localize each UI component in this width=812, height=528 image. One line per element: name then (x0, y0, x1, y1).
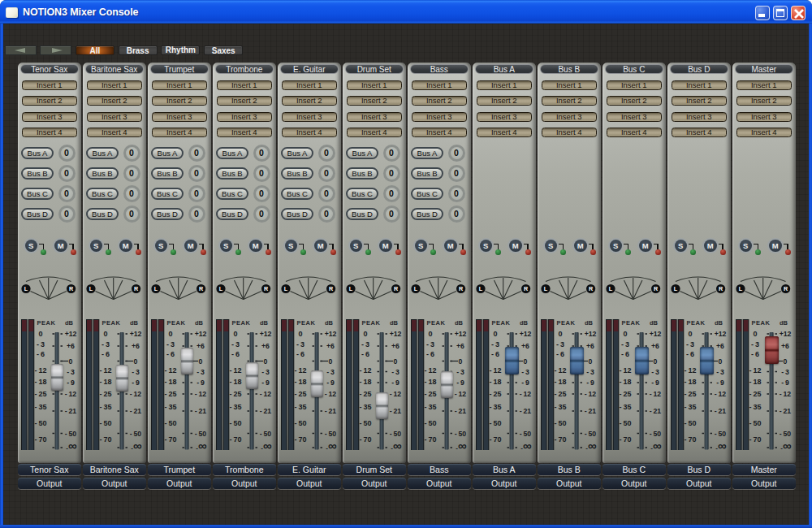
svg-text:PEAK: PEAK (752, 319, 771, 327)
svg-text:- 35: - 35 (749, 403, 762, 411)
svg-text:-∞: -∞ (261, 439, 272, 452)
svg-text:L: L (154, 285, 158, 292)
svg-text:+12: +12 (260, 330, 272, 338)
svg-text:- 3: - 3 (197, 368, 205, 376)
svg-text:PEAK: PEAK (167, 319, 186, 327)
svg-text:R: R (719, 285, 723, 292)
svg-text:- 35: - 35 (490, 403, 502, 411)
svg-text:- 35: - 35 (295, 403, 307, 411)
svg-text:- 18: - 18 (100, 378, 112, 386)
svg-text:- 12: - 12 (520, 390, 531, 398)
svg-text:- 3: - 3 (102, 340, 110, 348)
svg-text:- 50: - 50 (390, 430, 401, 438)
svg-text:dB: dB (585, 319, 594, 327)
svg-text:+6: +6 (716, 342, 724, 350)
svg-text:R: R (654, 285, 659, 292)
svg-text:-∞: -∞ (650, 439, 662, 452)
svg-text:+12: +12 (585, 330, 597, 338)
svg-text:- 35: - 35 (35, 403, 47, 411)
svg-text:- 18: - 18 (555, 378, 567, 386)
svg-text:0: 0 (38, 330, 42, 338)
svg-text:- 21: - 21 (715, 407, 726, 415)
svg-text:- 12: - 12 (780, 390, 791, 398)
svg-text:- 25: - 25 (35, 390, 47, 398)
svg-text:- 25: - 25 (295, 390, 307, 398)
svg-text:- 18: - 18 (749, 378, 762, 386)
svg-text:- 12: - 12 (35, 366, 47, 374)
svg-text:- 50: - 50 (65, 430, 76, 438)
svg-text:- 6: - 6 (751, 350, 759, 358)
svg-text:- 6: - 6 (491, 350, 499, 358)
svg-text:- 9: - 9 (67, 379, 75, 387)
svg-text:+6: +6 (326, 342, 335, 350)
svg-text:0: 0 (493, 330, 497, 338)
svg-text:- 12: - 12 (195, 390, 206, 398)
svg-text:- 25: - 25 (230, 390, 242, 398)
svg-text:PEAK: PEAK (362, 319, 381, 327)
svg-text:0: 0 (623, 330, 627, 338)
svg-text:- 50: - 50 (165, 419, 177, 427)
svg-text:- 50: - 50 (620, 419, 632, 427)
svg-text:R: R (134, 285, 139, 292)
svg-text:R: R (524, 285, 529, 292)
svg-text:- 50: - 50 (35, 419, 47, 427)
svg-text:- 35: - 35 (165, 403, 177, 411)
svg-text:- 12: - 12 (100, 366, 112, 374)
svg-text:0: 0 (69, 357, 73, 366)
svg-text:- 21: - 21 (650, 407, 661, 415)
svg-text:- 25: - 25 (490, 390, 502, 398)
svg-text:- 3: - 3 (491, 340, 499, 348)
svg-text:- 50: - 50 (325, 430, 336, 438)
svg-text:- 6: - 6 (426, 350, 434, 358)
svg-text:- 6: - 6 (37, 350, 45, 358)
svg-text:- 70: - 70 (620, 435, 632, 444)
svg-text:0: 0 (524, 357, 528, 366)
svg-text:- 3: - 3 (326, 368, 335, 376)
svg-text:L: L (609, 285, 613, 292)
svg-text:- 70: - 70 (555, 435, 567, 444)
svg-text:- 21: - 21 (780, 407, 791, 415)
svg-text:- 70: - 70 (230, 435, 242, 444)
svg-text:- 3: - 3 (166, 340, 175, 348)
svg-text:- 18: - 18 (295, 378, 307, 386)
svg-text:- 12: - 12 (555, 366, 567, 374)
svg-text:+6: +6 (197, 342, 205, 350)
svg-text:PEAK: PEAK (102, 319, 121, 327)
svg-text:- 35: - 35 (685, 403, 697, 411)
svg-text:- 18: - 18 (620, 378, 632, 386)
svg-text:R: R (329, 285, 334, 292)
svg-text:PEAK: PEAK (297, 319, 316, 327)
svg-text:- 3: - 3 (391, 368, 400, 376)
svg-text:- 25: - 25 (620, 390, 632, 398)
svg-text:- 50: - 50 (715, 430, 726, 438)
svg-text:- 3: - 3 (586, 368, 594, 376)
svg-text:0: 0 (654, 357, 658, 366)
svg-text:- 21: - 21 (585, 407, 596, 415)
svg-text:-∞: -∞ (391, 439, 402, 452)
svg-text:- 3: - 3 (621, 340, 629, 348)
svg-text:- 21: - 21 (390, 407, 401, 415)
svg-text:- 21: - 21 (65, 407, 76, 415)
svg-text:- 18: - 18 (165, 378, 177, 386)
svg-text:0: 0 (558, 330, 562, 338)
svg-text:-∞: -∞ (196, 439, 207, 452)
svg-text:- 3: - 3 (781, 368, 789, 376)
svg-text:L: L (739, 285, 743, 292)
svg-text:- 25: - 25 (425, 390, 437, 398)
svg-text:- 3: - 3 (651, 368, 659, 376)
svg-text:-∞: -∞ (585, 439, 597, 452)
svg-text:+12: +12 (715, 330, 727, 338)
svg-text:- 12: - 12 (585, 390, 596, 398)
svg-text:- 50: - 50 (650, 430, 661, 438)
svg-text:- 35: - 35 (555, 403, 567, 411)
svg-text:- 70: - 70 (295, 435, 307, 444)
svg-text:- 50: - 50 (260, 430, 271, 438)
svg-text:R: R (784, 285, 788, 292)
svg-text:- 9: - 9 (132, 379, 140, 387)
svg-text:L: L (414, 285, 418, 292)
svg-text:L: L (349, 285, 353, 292)
svg-text:- 6: - 6 (231, 350, 240, 358)
svg-text:- 12: - 12 (455, 390, 466, 398)
svg-text:- 18: - 18 (360, 378, 372, 386)
svg-text:- 50: - 50 (585, 430, 596, 438)
